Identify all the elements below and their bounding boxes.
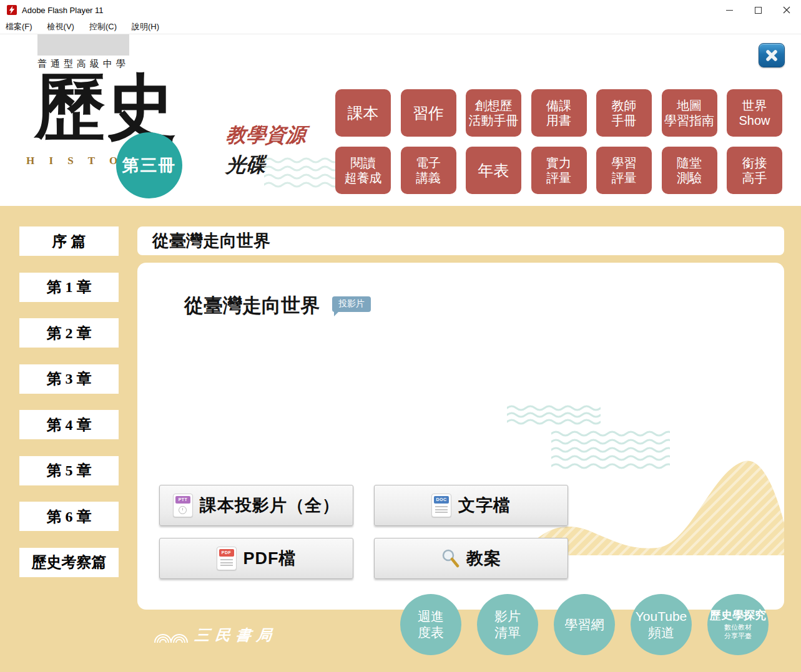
nav-reading-plus-button[interactable]: 閱讀超養成 [335, 147, 391, 194]
sidebar-item-chapter-6[interactable]: 第 6 章 [19, 502, 119, 531]
minimize-button[interactable] [715, 0, 744, 20]
footer-links: 週進 度表 影片 清單 學習網 YouTube 頻道 歷史學探究 數位教材 分享… [400, 594, 769, 655]
close-x-icon [765, 49, 778, 62]
slides-all-button[interactable]: PTT 課本投影片（全） [159, 485, 353, 526]
volume-badge: 第三冊 [116, 132, 182, 198]
flash-player-icon [7, 5, 17, 15]
menu-file[interactable]: 檔案(F) [6, 21, 32, 32]
slides-tag: 投影片 [332, 296, 371, 312]
close-icon [783, 6, 790, 14]
resource-label: 教學資源 [225, 122, 307, 149]
sidebar-item-field-study[interactable]: 歷史考察篇 [19, 548, 119, 577]
pdf-file-icon: PDF [217, 547, 237, 570]
nav-bridging-master-button[interactable]: 銜接高手 [727, 147, 782, 194]
circle-history-inquiry[interactable]: 歷史學探究 數位教材 分享平臺 [707, 594, 769, 655]
content-panel: 從臺灣走向世界 投影片 [137, 263, 784, 610]
window-titlebar: Adobe Flash Player 11 [0, 0, 801, 20]
flash-player-window: Adobe Flash Player 11 檔案(F) 檢視(V) 控制(C) … [0, 0, 801, 672]
panel-title-row: 從臺灣走向世界 投影片 [184, 295, 371, 316]
sidebar-item-chapter-1[interactable]: 第 1 章 [19, 273, 119, 302]
publisher-logo-placeholder [37, 34, 129, 56]
maximize-icon [755, 7, 762, 14]
nav-workbook-button[interactable]: 習作 [401, 89, 456, 137]
circle-youtube-channel[interactable]: YouTube 頻道 [631, 594, 692, 655]
nav-learning-assessment-button[interactable]: 學習評量 [596, 147, 652, 194]
text-file-button[interactable]: DOC 文字檔 [374, 485, 568, 526]
window-title: Adobe Flash Player 11 [22, 6, 104, 15]
masthead-section: 普通型高級中學 歷史 H I S T O R Y 第三冊 教學資源 光碟 課本 … [0, 34, 801, 206]
sidebar-item-chapter-4[interactable]: 第 4 章 [19, 410, 119, 439]
resource-nav-grid: 課本 習作 創想歷活動手冊 備課用書 教師手冊 地圖學習指南 世界Show 閱讀… [335, 89, 782, 194]
chapter-sidebar: 序 篇 第 1 章 第 2 章 第 3 章 第 4 章 第 5 章 第 6 章 … [19, 226, 119, 577]
maximize-button[interactable] [744, 0, 772, 20]
circle-video-list[interactable]: 影片 清單 [477, 594, 538, 655]
pdf-file-button[interactable]: PDF PDF檔 [159, 538, 353, 579]
circle-weekly-schedule[interactable]: 週進 度表 [400, 594, 461, 655]
sidebar-item-chapter-2[interactable]: 第 2 章 [19, 318, 119, 348]
menu-help[interactable]: 說明(H) [132, 21, 159, 32]
subject-title: 歷史 [34, 72, 177, 143]
menu-bar: 檔案(F) 檢視(V) 控制(C) 說明(H) [0, 20, 801, 34]
nav-teacher-manual-button[interactable]: 教師手冊 [596, 89, 652, 137]
doc-file-icon: DOC [431, 494, 451, 517]
nav-quiz-button[interactable]: 隨堂測驗 [662, 147, 717, 194]
publisher-name: 三民書局 [194, 625, 278, 645]
sidebar-item-chapter-5[interactable]: 第 5 章 [19, 456, 119, 485]
clock-glyph [179, 506, 187, 514]
magnifier-icon [441, 548, 459, 568]
minimize-icon [726, 10, 733, 11]
sidebar-item-chapter-3[interactable]: 第 3 章 [19, 364, 119, 394]
disc-label: 光碟 [225, 152, 267, 179]
panel-title: 從臺灣走向世界 [184, 295, 320, 316]
window-controls [715, 0, 801, 20]
nav-e-lecture-button[interactable]: 電子講義 [401, 147, 456, 194]
nav-timeline-button[interactable]: 年表 [466, 147, 521, 194]
publisher-arches-icon [154, 626, 189, 644]
menu-view[interactable]: 檢視(V) [47, 21, 74, 32]
sidebar-item-intro[interactable]: 序 篇 [19, 226, 119, 256]
nav-map-study-guide-button[interactable]: 地圖學習指南 [662, 89, 717, 137]
main-section: 序 篇 第 1 章 第 2 章 第 3 章 第 4 章 第 5 章 第 6 章 … [0, 206, 801, 672]
nav-lesson-prep-book-button[interactable]: 備課用書 [531, 89, 587, 137]
section-header: 從臺灣走向世界 [137, 226, 784, 255]
lesson-plan-button[interactable]: 教案 [374, 538, 568, 579]
publisher-logo: 三民書局 [154, 625, 277, 645]
nav-activity-handbook-button[interactable]: 創想歷活動手冊 [466, 89, 521, 137]
ppt-file-icon: PTT [173, 494, 193, 517]
wave-decoration [264, 157, 339, 193]
nav-world-show-button[interactable]: 世界Show [727, 89, 782, 137]
close-button[interactable] [772, 0, 801, 20]
stage-close-button[interactable] [759, 43, 785, 67]
menu-control[interactable]: 控制(C) [89, 21, 117, 32]
nav-ability-assessment-button[interactable]: 實力評量 [531, 147, 587, 194]
volume-label: 第三冊 [122, 154, 177, 177]
wave-decoration [507, 404, 601, 429]
circle-learning-site[interactable]: 學習網 [554, 594, 615, 655]
nav-textbook-button[interactable]: 課本 [335, 89, 391, 137]
